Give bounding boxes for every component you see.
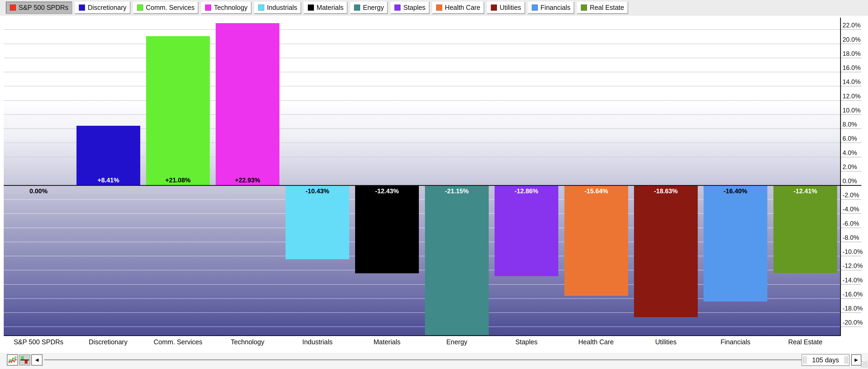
y-tick-label: -20.0% (842, 319, 863, 326)
bar-staples[interactable] (495, 185, 558, 276)
legend-item-real-estate[interactable]: Real Estate (577, 2, 628, 14)
gridline (840, 327, 861, 327)
gridline (840, 256, 861, 256)
gridline (840, 129, 861, 129)
legend-label: S&P 500 SPDRs (19, 4, 68, 11)
bar-utilities[interactable] (634, 185, 698, 317)
legend-swatch-icon (491, 4, 497, 11)
gridline (840, 213, 861, 214)
scroll-right-button[interactable]: ► (851, 354, 861, 366)
legend-label: Health Care (445, 4, 480, 11)
legend-item-financials[interactable]: Financials (528, 2, 575, 14)
bar-value-label: -12.41% (773, 188, 837, 195)
y-tick-label: -14.0% (842, 277, 863, 284)
y-tick-label: -12.0% (842, 262, 863, 269)
bar-real-estate[interactable] (773, 185, 837, 273)
bar-value-label: -18.63% (634, 188, 698, 195)
bar-value-label: +8.41% (76, 176, 140, 184)
legend-swatch-icon (258, 4, 264, 11)
perfchart-app: S&P 500 SPDRsDiscretionaryComm. Services… (0, 0, 868, 369)
y-tick-label: 14.0% (842, 78, 861, 86)
gridline (840, 114, 861, 115)
legend-label: Materials (317, 4, 343, 11)
y-tick-label: 0.0% (842, 177, 857, 185)
bar-health-care[interactable] (564, 185, 628, 296)
histogram-mode-button[interactable] (19, 354, 30, 366)
period-slider-handle[interactable]: 105 days (802, 354, 849, 366)
line-chart-mode-button[interactable] (7, 354, 18, 366)
legend-swatch-icon (79, 4, 85, 11)
y-tick-label: 10.0% (842, 107, 861, 114)
y-tick-label: 2.0% (842, 163, 857, 171)
x-axis-label: Industrials (283, 338, 352, 346)
x-axis-label: Materials (352, 338, 422, 346)
y-tick-label: 16.0% (842, 64, 861, 72)
bar-industrials[interactable] (285, 185, 349, 259)
y-tick-label: 18.0% (842, 50, 861, 57)
legend-item-health-care[interactable]: Health Care (432, 2, 484, 14)
x-axis-label: Discretionary (73, 338, 143, 346)
bar-value-label: +21.08% (146, 176, 210, 184)
legend-item-s-p-500-spdrs[interactable]: S&P 500 SPDRs (6, 2, 72, 14)
y-tick-label: -18.0% (842, 305, 863, 312)
legend-label: Discretionary (88, 4, 126, 11)
legend-swatch-icon (581, 4, 587, 11)
bar-comm-services[interactable] (146, 36, 210, 185)
bar-value-label: -10.43% (285, 188, 349, 195)
y-tick-label: -2.0% (842, 191, 859, 199)
slider-track[interactable] (44, 360, 802, 360)
y-tick-label: 8.0% (842, 121, 857, 128)
gridline (840, 100, 861, 101)
legend-label: Industrials (267, 4, 297, 11)
right-arrow-icon: ► (854, 357, 859, 363)
gridline (840, 58, 861, 58)
gridline (840, 284, 861, 285)
legend-item-technology[interactable]: Technology (201, 2, 251, 14)
bar-energy[interactable] (425, 185, 489, 335)
x-axis-label: Health Care (561, 338, 631, 346)
gridline (4, 100, 840, 101)
legend-item-industrials[interactable]: Industrials (254, 2, 301, 14)
y-tick-label: 6.0% (842, 135, 857, 142)
legend-item-discretionary[interactable]: Discretionary (75, 2, 130, 14)
legend-item-energy[interactable]: Energy (350, 2, 388, 14)
bar-value-label: +22.93% (216, 176, 279, 184)
zero-line (4, 185, 861, 186)
legend-item-utilities[interactable]: Utilities (487, 2, 525, 14)
legend-label: Financials (540, 4, 570, 11)
gridline (4, 312, 840, 313)
y-tick-label: -4.0% (842, 205, 859, 213)
bar-technology[interactable] (216, 23, 279, 185)
bar-value-label: 0.00% (7, 188, 70, 195)
legend-item-comm-services[interactable]: Comm. Services (133, 2, 198, 14)
legend-item-materials[interactable]: Materials (304, 2, 347, 14)
gridline (840, 298, 861, 299)
gridline (4, 86, 840, 86)
gridline (840, 29, 861, 30)
y-tick-label: 12.0% (842, 92, 861, 100)
legend-item-staples[interactable]: Staples (391, 2, 429, 14)
bar-financials[interactable] (704, 185, 767, 302)
y-axis-line (840, 18, 841, 336)
x-axis-label: Energy (422, 338, 492, 346)
gridline (840, 242, 861, 242)
legend-bar: S&P 500 SPDRsDiscretionaryComm. Services… (0, 0, 868, 16)
scroll-left-button[interactable]: ◄ (31, 354, 42, 366)
y-tick-label: 20.0% (842, 36, 861, 43)
bar-materials[interactable] (355, 185, 419, 273)
y-tick-label: 4.0% (842, 149, 857, 157)
gridline (840, 86, 861, 86)
gridline (4, 114, 840, 115)
y-tick-label: -16.0% (842, 290, 863, 298)
legend-label: Staples (403, 4, 425, 11)
gridline (4, 327, 840, 327)
gridline (840, 312, 861, 313)
period-value: 105 days (812, 356, 839, 364)
x-axis-label: Staples (492, 338, 561, 346)
x-axis-label: Real Estate (771, 338, 840, 346)
y-tick-label: -6.0% (842, 220, 859, 227)
gridline (840, 142, 861, 143)
resize-grip-icon[interactable] (861, 361, 868, 368)
plot-bottom-border (4, 335, 841, 336)
bar-value-label: -16.40% (704, 188, 767, 195)
